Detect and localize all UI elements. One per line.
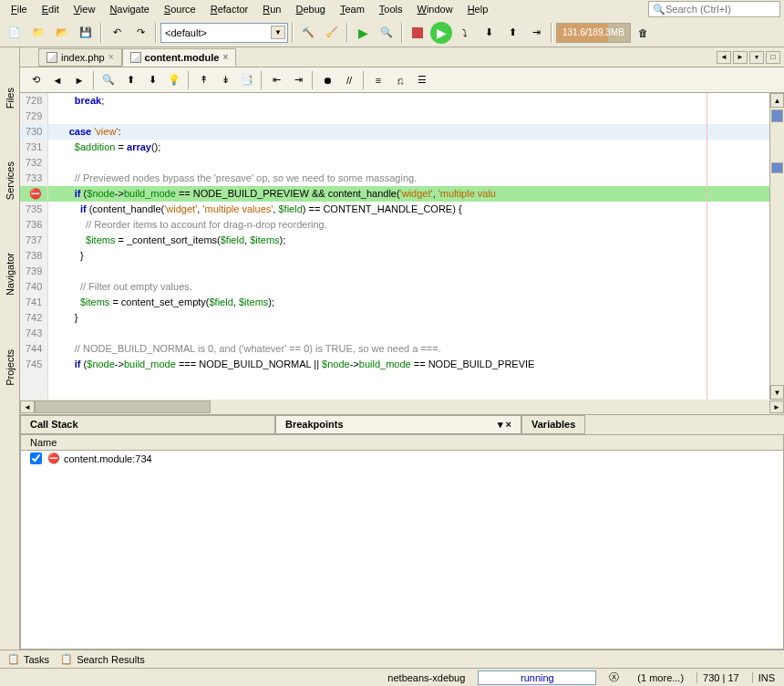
menubar: FileEditViewNavigateSourceRefactorRunDeb…: [0, 0, 784, 18]
find-next-button[interactable]: ⬇: [142, 70, 162, 90]
next-bookmark-button[interactable]: ↡: [215, 70, 235, 90]
debug-state[interactable]: running: [478, 670, 596, 685]
toggle-bookmark-button[interactable]: 📑: [237, 70, 257, 90]
shift-right-button[interactable]: ⇥: [288, 70, 308, 90]
horizontal-scrollbar[interactable]: ◄ ►: [20, 400, 784, 414]
cursor-position: 730 | 17: [696, 672, 745, 683]
menu-run[interactable]: Run: [255, 2, 288, 16]
breakpoints-header: Name: [21, 435, 783, 451]
name-column-header: Name: [30, 437, 57, 448]
new-project-button[interactable]: 📁: [27, 22, 49, 44]
menu-tools[interactable]: Tools: [372, 2, 410, 16]
stop-button[interactable]: [407, 22, 428, 44]
tab-scroll-right[interactable]: ►: [733, 51, 748, 64]
menu-help[interactable]: Help: [460, 2, 496, 16]
vertical-scrollbar[interactable]: ▲ ▼: [769, 93, 784, 400]
quick-search[interactable]: 🔍: [648, 1, 780, 17]
menu-navigate[interactable]: Navigate: [102, 2, 156, 16]
editor-tabs: index.php×content.module× ◄ ► ▾ □: [20, 47, 784, 68]
redo-button[interactable]: ↷: [129, 22, 151, 44]
save-all-button[interactable]: 💾: [75, 22, 97, 44]
panel-tab-breakpoints[interactable]: Breakpoints ▾ ×: [275, 415, 521, 434]
menu-debug[interactable]: Debug: [288, 2, 332, 16]
main-toolbar: 📄 📁 📂 💾 ↶ ↷ <default> 🔨 🧹 ▶ 🔍 ▶ ⤵ ⬇ ⬆ ⇥ …: [0, 18, 784, 47]
side-tab-projects[interactable]: Projects: [3, 346, 17, 390]
show-members-button[interactable]: ☰: [412, 70, 432, 90]
comment-button[interactable]: //: [339, 70, 359, 90]
clean-button[interactable]: 🧹: [321, 22, 343, 44]
tab-content-module[interactable]: content.module×: [122, 48, 237, 67]
tab-scroll-left[interactable]: ◄: [717, 51, 731, 64]
gc-button[interactable]: 🗑: [633, 22, 655, 44]
more-sessions[interactable]: (1 more...): [632, 672, 689, 683]
step-over-button[interactable]: ⤵: [454, 22, 476, 44]
new-file-button[interactable]: 📄: [4, 22, 26, 44]
menu-refactor[interactable]: Refactor: [203, 2, 256, 16]
menu-edit[interactable]: Edit: [35, 2, 67, 16]
config-combo[interactable]: <default>: [160, 23, 288, 43]
toggle-highlight-button[interactable]: 💡: [164, 70, 184, 90]
menu-source[interactable]: Source: [157, 2, 203, 16]
panel-tab-call-stack[interactable]: Call Stack: [20, 415, 275, 434]
find-prev-button[interactable]: ⬆: [120, 70, 140, 90]
tab-index-php[interactable]: index.php×: [38, 48, 122, 67]
uncomment-button[interactable]: ≡: [368, 70, 388, 90]
side-tab-files[interactable]: Files: [3, 84, 17, 112]
output-tabs: 📋Tasks📋Search Results: [0, 650, 784, 668]
code-editor[interactable]: 728729730731732733⛔735736737738739740741…: [20, 93, 769, 400]
left-sidebar: FilesServicesNavigatorProjects: [0, 47, 20, 650]
side-tab-services[interactable]: Services: [3, 158, 17, 203]
back-button[interactable]: ◄: [47, 70, 67, 90]
bottom-tab-tasks[interactable]: 📋Tasks: [7, 653, 49, 665]
step-out-button[interactable]: ⬆: [501, 22, 523, 44]
menu-view[interactable]: View: [67, 2, 103, 16]
editor-toolbar: ⟲ ◄ ► 🔍 ⬆ ⬇ 💡 ↟ ↡ 📑 ⇤ ⇥ ⏺ // ≡ ⎌ ☰: [20, 68, 784, 93]
menu-team[interactable]: Team: [333, 2, 372, 16]
shift-left-button[interactable]: ⇤: [266, 70, 286, 90]
debug-button[interactable]: 🔍: [376, 22, 397, 44]
menu-window[interactable]: Window: [410, 2, 460, 16]
tab-list[interactable]: ▾: [749, 51, 764, 64]
close-hint[interactable]: ⓧ: [603, 670, 624, 684]
forward-button[interactable]: ►: [69, 70, 89, 90]
line-gutter[interactable]: 728729730731732733⛔735736737738739740741…: [20, 93, 48, 400]
build-button[interactable]: 🔨: [297, 22, 319, 44]
side-tab-navigator[interactable]: Navigator: [3, 249, 17, 299]
breakpoint-row[interactable]: ⛔content.module:734: [21, 451, 783, 466]
insert-mode[interactable]: INS: [752, 672, 780, 683]
undo-button[interactable]: ↶: [106, 22, 128, 44]
close-icon[interactable]: ×: [108, 52, 114, 62]
prev-bookmark-button[interactable]: ↟: [193, 70, 213, 90]
macro-record-button[interactable]: ⏺: [317, 70, 337, 90]
statusbar: netbeans-xdebug running ⓧ (1 more...) 73…: [0, 668, 784, 686]
breakpoint-checkbox[interactable]: [30, 452, 42, 464]
tab-maximize[interactable]: □: [766, 51, 780, 64]
find-selection-button[interactable]: 🔍: [98, 70, 119, 90]
open-button[interactable]: 📂: [51, 22, 73, 44]
run-to-cursor-button[interactable]: ⇥: [525, 22, 547, 44]
memory-indicator[interactable]: 131.6/189.3MB: [556, 23, 631, 43]
debug-panels: Call StackBreakpoints ▾ ×Variables Name …: [20, 414, 784, 650]
continue-button[interactable]: ▶: [430, 22, 452, 44]
run-button[interactable]: ▶: [352, 22, 374, 44]
format-button[interactable]: ⎌: [390, 70, 410, 90]
panel-tab-variables[interactable]: Variables: [521, 415, 585, 434]
close-icon[interactable]: ×: [222, 52, 228, 62]
menu-file[interactable]: File: [4, 2, 35, 16]
step-into-button[interactable]: ⬇: [478, 22, 500, 44]
last-edit-button[interactable]: ⟲: [26, 70, 46, 90]
bottom-tab-search-results[interactable]: 📋Search Results: [60, 653, 145, 665]
debug-session-label: netbeans-xdebug: [382, 672, 470, 683]
